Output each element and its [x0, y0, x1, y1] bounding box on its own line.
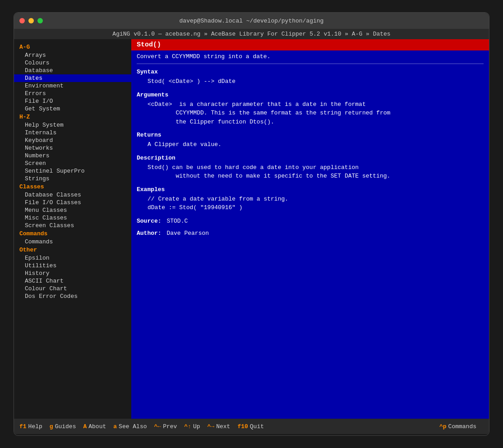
sidebar-item-menu-classes[interactable]: Menu Classes	[14, 206, 131, 214]
sidebar: A-GArraysColoursDatabaseDatesEnvironment…	[14, 39, 131, 419]
breadcrumb: AgiNG v0.1.0 — acebase.ng » AceBase Libr…	[14, 29, 489, 39]
source-label: Source:	[137, 218, 162, 224]
prev-key: ^←	[154, 423, 162, 430]
sidebar-category-other: Other	[14, 246, 131, 254]
commands-label: Commands	[448, 423, 476, 430]
prev-shortcut: ^← Prev	[154, 423, 177, 430]
cp-key: ^p	[439, 423, 447, 430]
seealso-shortcut: a See Also	[113, 423, 147, 430]
guides-label: Guides	[55, 423, 76, 430]
sidebar-item-screen-classes[interactable]: Screen Classes	[14, 222, 131, 229]
author-label: Author:	[137, 230, 162, 237]
minimize-button[interactable]	[28, 18, 34, 23]
syntax-heading: Syntax	[137, 69, 484, 75]
commands-shortcut: ^p Commands	[439, 423, 476, 430]
g-key: g	[50, 423, 53, 430]
author-value: Dave Pearson	[165, 230, 209, 237]
sidebar-item-errors[interactable]: Errors	[14, 90, 131, 97]
arguments-heading: Arguments	[137, 91, 484, 98]
sidebar-item-database[interactable]: Database	[14, 67, 131, 74]
sidebar-item-database-classes[interactable]: Database Classes	[14, 191, 131, 199]
sidebar-item-help-system[interactable]: Help System	[14, 121, 131, 129]
returns-heading: Returns	[137, 132, 484, 138]
examples-heading: Examples	[137, 186, 484, 193]
next-shortcut: ^→ Next	[208, 423, 231, 430]
sidebar-item-environment[interactable]: Environment	[14, 82, 131, 90]
description-body: Stod() can be used to hard code a date i…	[137, 163, 484, 181]
sidebar-item-strings[interactable]: Strings	[14, 175, 131, 183]
sidebar-item-screen[interactable]: Screen	[14, 160, 131, 167]
up-key: ^↑	[184, 423, 191, 430]
sidebar-item-internals[interactable]: Internals	[14, 129, 131, 137]
source-value: STOD.C	[165, 218, 188, 224]
about-label: About	[88, 423, 106, 430]
arguments-body: <cDate> is a character parameter that is…	[137, 100, 484, 127]
syntax-section: Syntax Stod( <cDate> ) --> dDate	[131, 66, 489, 89]
sidebar-item-networks[interactable]: Networks	[14, 144, 131, 152]
returns-section: Returns A Clipper date value.	[131, 129, 489, 152]
author-section: Author: Dave Pearson	[131, 227, 489, 239]
maximize-button[interactable]	[37, 18, 43, 23]
examples-body: // Create a date variable from a string.…	[137, 195, 484, 212]
sidebar-category-commands: Commands	[14, 229, 131, 238]
content-title: Stod()	[131, 39, 489, 50]
description-heading: Description	[137, 155, 484, 161]
window-title: davep@Shadow.local ~/develop/python/agin…	[180, 18, 324, 24]
content-divider	[137, 64, 484, 64]
examples-section: Examples // Create a date variable from …	[131, 183, 489, 215]
sidebar-item-dates[interactable]: Dates	[14, 74, 131, 82]
sidebar-category-h-z: H-Z	[14, 113, 131, 121]
source-section: Source: STOD.C	[131, 215, 489, 227]
sidebar-item-commands[interactable]: Commands	[14, 238, 131, 246]
sidebar-category-classes: Classes	[14, 183, 131, 191]
sidebar-item-keyboard[interactable]: Keyboard	[14, 137, 131, 144]
sidebar-item-epsilon[interactable]: Epsilon	[14, 254, 131, 262]
content-subtitle: Convert a CCYYMMDD string into a date.	[131, 50, 489, 62]
description-section: Description Stod() can be used to hard c…	[131, 152, 489, 183]
status-bar: f1 Help g Guides A About a See Also ^← P…	[14, 419, 489, 434]
sidebar-item-utilities[interactable]: Utilities	[14, 262, 131, 270]
f1-key: f1	[19, 423, 27, 430]
sidebar-item-misc-classes[interactable]: Misc Classes	[14, 214, 131, 222]
seealso-label: See Also	[119, 423, 147, 430]
see-key: a	[113, 423, 117, 430]
sidebar-item-colour-chart[interactable]: Colour Chart	[14, 285, 131, 293]
sidebar-item-colours[interactable]: Colours	[14, 59, 131, 67]
title-bar: davep@Shadow.local ~/develop/python/agin…	[14, 13, 489, 29]
guides-shortcut: g Guides	[50, 423, 76, 430]
sidebar-item-sentinel-superpro[interactable]: Sentinel SuperPro	[14, 167, 131, 175]
sidebar-item-history[interactable]: History	[14, 270, 131, 277]
sidebar-item-file-i-o[interactable]: File I/O	[14, 97, 131, 105]
sidebar-item-get-system[interactable]: Get System	[14, 105, 131, 113]
syntax-body: Stod( <cDate> ) --> dDate	[137, 77, 484, 86]
up-shortcut: ^↑ Up	[184, 423, 200, 430]
f10-key: f10	[237, 423, 248, 430]
sidebar-category-a-g: A-G	[14, 43, 131, 51]
main-area: A-GArraysColoursDatabaseDatesEnvironment…	[14, 39, 489, 419]
a-key: A	[83, 423, 87, 430]
next-label: Next	[216, 423, 230, 430]
sidebar-item-numbers[interactable]: Numbers	[14, 152, 131, 160]
sidebar-item-file-i-o-classes[interactable]: File I/O Classes	[14, 199, 131, 206]
sidebar-item-dos-error-codes[interactable]: Dos Error Codes	[14, 293, 131, 300]
traffic-lights	[19, 18, 43, 23]
quit-shortcut: f10 Quit	[237, 423, 264, 430]
about-shortcut: A About	[83, 423, 106, 430]
returns-body: A Clipper date value.	[137, 140, 484, 149]
prev-label: Prev	[163, 423, 177, 430]
close-button[interactable]	[19, 18, 25, 23]
sidebar-item-ascii-chart[interactable]: ASCII Chart	[14, 277, 131, 285]
quit-label: Quit	[250, 423, 264, 430]
content-area: Stod() Convert a CCYYMMDD string into a …	[131, 39, 489, 419]
up-label: Up	[193, 423, 200, 430]
help-label: Help	[28, 423, 42, 430]
main-window: davep@Shadow.local ~/develop/python/agin…	[14, 12, 489, 436]
sidebar-item-arrays[interactable]: Arrays	[14, 51, 131, 59]
help-shortcut: f1 Help	[19, 423, 42, 430]
arguments-section: Arguments <cDate> is a character paramet…	[131, 89, 489, 129]
next-key: ^→	[208, 423, 215, 430]
